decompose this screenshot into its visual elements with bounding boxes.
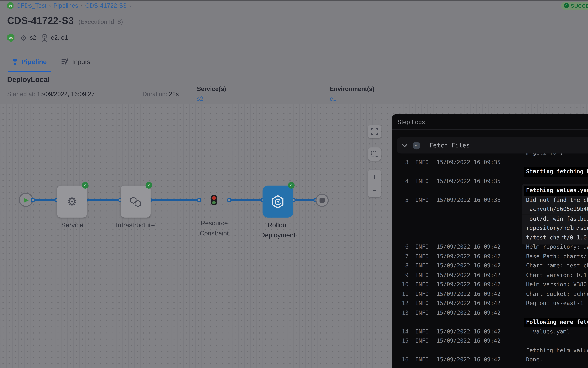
log-row: 5INFO15/09/2022 16:09:35Did not find the… [392,195,588,205]
log-message: repository/helm/source/93602db7-89f2-317… [526,224,588,233]
stage-name: DeployLocal [7,75,49,83]
log-message: Following were fetched successfully : [524,318,588,327]
step-status-check-icon: ✓ [413,142,420,149]
log-row: 7INFO15/09/2022 16:09:42Base Path: chart… [392,252,588,261]
log-level: INFO [415,195,429,205]
log-row: Fetching values.yaml from helm chart rep… [392,186,588,195]
meta-row: ∞ ⚙ s2 e2, e1 [7,33,68,43]
tab-inputs-label: Inputs [72,58,90,65]
service-node-gear-icon: ⚙ [67,198,77,205]
duration-label: Duration: [142,91,169,98]
canvas-zoom-controls: + − [368,170,381,197]
step-logs-panel: Step Logs Console View ✓ Fetch Files [392,114,588,368]
step-logs-header: Step Logs Console View [392,114,588,129]
breadcrumb-project[interactable]: CFDs_Test [16,2,47,9]
log-message: Region: us-east-1 [526,299,583,308]
status-badge: ✓ SUCCESS [561,2,588,9]
zoom-out-button[interactable]: − [368,184,381,197]
resource-constraint-label: Resource Constraint [191,218,237,239]
environments-label: Environment(s) [330,85,375,92]
environments-chip[interactable]: e2, e1 [41,34,68,41]
log-row: 10INFO15/09/2022 16:09:42Helm version: V… [392,280,588,290]
log-level: INFO [415,158,429,167]
breadcrumb: ∞ CFDs_Test › Pipelines › CDS-41722-S3 › [7,1,131,10]
log-timestamp: 15/09/2022 16:09:35 [436,195,501,205]
log-message: -out/darwin-fastbuild/bin/260-delegate/e… [526,214,588,224]
started-at-label: Started at: [7,91,37,98]
log-line-number: 9 [394,271,408,280]
infrastructure-node[interactable] [121,185,151,218]
log-line-number: 14 [394,327,408,337]
service-node[interactable]: ⚙ [57,185,87,218]
page-title: CDS-41722-S3 [7,15,74,27]
log-message: Did not find the chart and version in lo… [526,195,588,205]
step-section-title: Fetch Files [429,142,470,149]
log-row: 9INFO15/09/2022 16:09:42Chart version: 0… [392,271,588,280]
service-chip-label: s2 [30,34,36,41]
log-line-number: 7 [394,252,408,261]
breadcrumb-pipelines[interactable]: Pipelines [53,2,78,9]
helm-step-icon [271,194,284,209]
fullscreen-icon [371,128,378,135]
log-row: 8INFO15/09/2022 16:09:42Chart name: test… [392,261,588,271]
log-timestamp: 15/09/2022 16:09:42 [436,242,501,252]
title-row: CDS-41722-S3 (Execution Id: 8) [7,15,123,27]
rollout-deployment-node[interactable] [263,185,293,218]
canvas-select-button[interactable] [368,147,381,161]
log-timestamp: 15/09/2022 16:09:42 [436,299,501,308]
log-timestamp: 15/09/2022 16:09:35 [436,177,501,186]
log-line-number: 11 [394,290,408,299]
log-timestamp: 15/09/2022 16:09:42 [436,252,501,261]
harness-logo-icon: ∞ [7,2,14,9]
zoom-in-button[interactable]: + [368,170,381,184]
breadcrumb-pipeline-name[interactable]: CDS-41722-S3 [85,2,126,9]
log-message: t/test-chart/0.1.0 [526,233,587,242]
status-badge-label: SUCCESS [571,3,588,9]
log-message: Helm version: V380 [526,280,587,290]
edge [33,199,57,201]
log-line-number: 10 [394,280,408,290]
log-message: Chart version: 0.1.0 [526,271,588,280]
end-node[interactable] [315,194,329,207]
log-level: INFO [415,271,429,280]
log-message: _achyuth/d605e19b46448ceaacb01fb4c19633a… [526,205,588,214]
collapse-chevron-icon[interactable] [402,144,408,147]
infrastructure-success-icon: ✓ [145,182,152,189]
log-timestamp: 15/09/2022 16:09:42 [436,271,501,280]
edge [229,199,263,201]
log-level: INFO [415,327,429,337]
breadcrumb-separator: › [81,3,83,9]
log-row: 12INFO15/09/2022 16:09:42Region: us-east… [392,299,588,308]
canvas-fullscreen-button[interactable] [368,125,381,138]
harness-pipeline-execution-page: ∞ CFDs_Test › Pipelines › CDS-41722-S3 ›… [0,0,588,368]
started-at-value: 15/09/2022, 16:09:27 [37,91,95,98]
edge [293,199,315,201]
log-line-number: 4 [394,177,408,186]
log-row: 15INFO15/09/2022 16:09:42 [392,337,588,346]
log-line-number: 8 [394,261,408,271]
log-line-number: 6 [394,242,408,252]
log-row: -out/darwin-fastbuild/bin/260-delegate/e… [392,214,588,224]
log-timestamp: 15/09/2022 16:09:42 [436,261,501,271]
tab-pipeline[interactable]: Pipeline [12,57,47,65]
log-row: repository/helm/source/93602db7-89f2-317… [392,224,588,233]
log-row: 14INFO15/09/2022 16:09:42- values.yaml [392,327,588,337]
log-row: 16INFO15/09/2022 16:09:42Done. [392,355,588,365]
step-section-header[interactable]: ✓ Fetch Files ↑ ↓ 9s [397,137,588,153]
services-value[interactable]: s2 [197,95,226,102]
infrastructure-node-label: Infrastructure [110,220,161,230]
log-row: Starting fetching Helm values [392,167,588,177]
success-check-icon: ✓ [564,3,569,8]
edge-port [197,198,201,202]
log-message: Done. [526,355,543,365]
step-logs-title: Step Logs [397,118,425,125]
log-row: Following were fetched successfully : [392,318,588,327]
log-timestamp: 15/09/2022 16:09:42 [436,308,501,318]
log-timestamp: 15/09/2022 16:09:42 [436,280,501,290]
tab-inputs[interactable]: Inputs [61,58,90,65]
stage-started: Started at: 15/09/2022, 16:09:27 [7,91,95,98]
resource-constraint-node[interactable] [211,195,217,205]
log-timestamp: 15/09/2022 16:09:42 [436,337,501,346]
service-chip[interactable]: ⚙ s2 [20,34,36,41]
environments-value[interactable]: e1 [330,95,375,102]
